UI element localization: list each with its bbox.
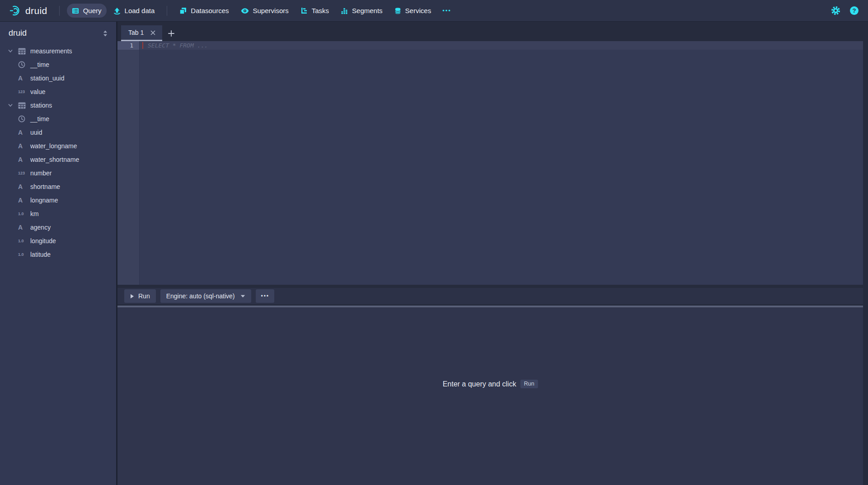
nav-item-load-data[interactable]: Load data bbox=[108, 4, 160, 18]
engine-label: Engine: auto (sql-native) bbox=[166, 292, 235, 300]
chevron-down-icon bbox=[8, 48, 13, 54]
tree-icon-slot: 1.0 bbox=[18, 252, 30, 257]
nav-item-label: Services bbox=[405, 7, 432, 14]
line-number: 1 bbox=[117, 41, 139, 50]
schema-tree: measurements __time A station_uuid 123 v… bbox=[0, 43, 116, 261]
tree-item-water-longname[interactable]: A water_longname bbox=[0, 139, 116, 153]
tree-item-measurements[interactable]: measurements bbox=[0, 44, 116, 58]
clock-icon bbox=[18, 61, 25, 68]
tree-item-label: longname bbox=[30, 197, 58, 204]
nav-item-datasources[interactable]: Datasources bbox=[174, 4, 234, 18]
tree-item-label: measurements bbox=[30, 47, 72, 55]
tab-label: Tab 1 bbox=[128, 29, 144, 36]
tree-item-longname[interactable]: A longname bbox=[0, 193, 116, 207]
double-caret-icon bbox=[103, 30, 108, 37]
run-toolbar: Run Engine: auto (sql-native) ••• bbox=[117, 288, 863, 304]
tree-item-label: water_longname bbox=[30, 142, 77, 150]
string-type-icon: A bbox=[18, 184, 23, 190]
tree-item-km[interactable]: 1.0 km bbox=[0, 207, 116, 221]
tree-icon-slot: A bbox=[18, 75, 30, 81]
tree-chevron-slot bbox=[8, 103, 18, 108]
tree-item-number[interactable]: 123 number bbox=[0, 166, 116, 180]
nav-more-button[interactable]: ••• bbox=[438, 5, 456, 17]
caret-down-icon bbox=[240, 295, 245, 298]
tree-item---time[interactable]: __time bbox=[0, 112, 116, 126]
tree-item-longitude[interactable]: 1.0 longitude bbox=[0, 234, 116, 248]
run-button-label: Run bbox=[138, 292, 150, 300]
string-type-icon: A bbox=[18, 75, 23, 81]
supervisors-icon bbox=[241, 8, 249, 14]
nav-item-supervisors[interactable]: Supervisors bbox=[236, 4, 294, 18]
string-type-icon: A bbox=[18, 197, 23, 203]
text-cursor bbox=[142, 42, 143, 49]
tree-icon-slot: A bbox=[18, 224, 30, 231]
druid-logo[interactable]: druid bbox=[7, 5, 52, 17]
tree-icon-slot: A bbox=[18, 129, 30, 136]
tab-tab1[interactable]: Tab 1 bbox=[121, 25, 162, 41]
query-editor[interactable]: 1 SELECT * FROM ... bbox=[117, 41, 863, 285]
tree-item-label: km bbox=[30, 210, 39, 217]
query-output-panel: Enter a query and click Run bbox=[117, 307, 863, 485]
string-type-icon: A bbox=[18, 156, 23, 163]
editor-placeholder: SELECT * FROM ... bbox=[148, 41, 208, 50]
output-message-text: Enter a query and click bbox=[443, 380, 516, 388]
nav-item-tasks[interactable]: Tasks bbox=[296, 4, 334, 18]
tree-item-uuid[interactable]: A uuid bbox=[0, 126, 116, 139]
tree-item-agency[interactable]: A agency bbox=[0, 221, 116, 234]
table-icon bbox=[18, 48, 26, 55]
schema-sidebar: druid measurements __time A station_uuid bbox=[0, 21, 117, 485]
tree-item-label: __time bbox=[30, 61, 49, 68]
services-icon bbox=[394, 7, 401, 14]
help-icon: ? bbox=[849, 6, 859, 15]
play-icon bbox=[130, 294, 134, 299]
sort-button[interactable] bbox=[102, 29, 109, 38]
nav-item-segments[interactable]: Segments bbox=[336, 4, 388, 18]
tab-close-button[interactable] bbox=[150, 29, 156, 36]
nav-item-query[interactable]: Query bbox=[67, 4, 107, 18]
nav-item-services[interactable]: Services bbox=[389, 4, 436, 18]
svg-text:?: ? bbox=[852, 7, 856, 14]
run-button[interactable]: Run bbox=[124, 289, 156, 303]
tree-icon-slot: A bbox=[18, 197, 30, 203]
segments-icon bbox=[341, 7, 348, 14]
tree-item---time[interactable]: __time bbox=[0, 58, 116, 71]
editor-active-line: SELECT * FROM ... bbox=[140, 41, 863, 50]
tree-icon-slot: 1.0 bbox=[18, 212, 30, 216]
settings-button[interactable] bbox=[831, 6, 840, 15]
tree-icon-slot bbox=[18, 102, 30, 109]
navbar-divider bbox=[167, 6, 167, 16]
string-type-icon: A bbox=[18, 129, 23, 136]
gear-icon bbox=[831, 6, 840, 15]
tree-icon-slot bbox=[18, 115, 30, 122]
tree-icon-slot: 1.0 bbox=[18, 239, 30, 243]
tree-icon-slot: A bbox=[18, 156, 30, 163]
tree-item-value[interactable]: 123 value bbox=[0, 85, 116, 99]
number-type-icon: 123 bbox=[18, 171, 25, 175]
tree-icon-slot bbox=[18, 61, 30, 68]
tree-item-label: station_uuid bbox=[30, 75, 65, 82]
tasks-icon bbox=[300, 7, 308, 14]
datasources-icon bbox=[179, 7, 187, 14]
help-button[interactable]: ? bbox=[849, 6, 859, 15]
query-tabbar: Tab 1 bbox=[117, 21, 863, 41]
tree-item-label: stations bbox=[30, 102, 52, 109]
tree-item-shortname[interactable]: A shortname bbox=[0, 180, 116, 193]
tree-item-station-uuid[interactable]: A station_uuid bbox=[0, 71, 116, 85]
query-icon bbox=[72, 7, 79, 14]
tree-item-latitude[interactable]: 1.0 latitude bbox=[0, 248, 116, 261]
nav-item-label: Segments bbox=[352, 7, 383, 14]
tree-item-water-shortname[interactable]: A water_shortname bbox=[0, 153, 116, 166]
float-type-icon: 1.0 bbox=[18, 212, 24, 216]
logo-text: druid bbox=[25, 5, 47, 16]
add-tab-button[interactable] bbox=[162, 25, 180, 41]
tree-icon-slot: 123 bbox=[18, 171, 30, 175]
tree-icon-slot: 123 bbox=[18, 89, 30, 94]
nav-item-label: Supervisors bbox=[253, 7, 289, 14]
float-type-icon: 1.0 bbox=[18, 239, 24, 243]
chevron-down-icon bbox=[8, 103, 13, 108]
editor-code-area[interactable]: SELECT * FROM ... bbox=[140, 41, 863, 285]
tree-item-label: uuid bbox=[30, 129, 42, 136]
tree-item-stations[interactable]: stations bbox=[0, 99, 116, 112]
engine-dropdown[interactable]: Engine: auto (sql-native) bbox=[160, 289, 252, 303]
run-more-button[interactable]: ••• bbox=[256, 289, 274, 303]
